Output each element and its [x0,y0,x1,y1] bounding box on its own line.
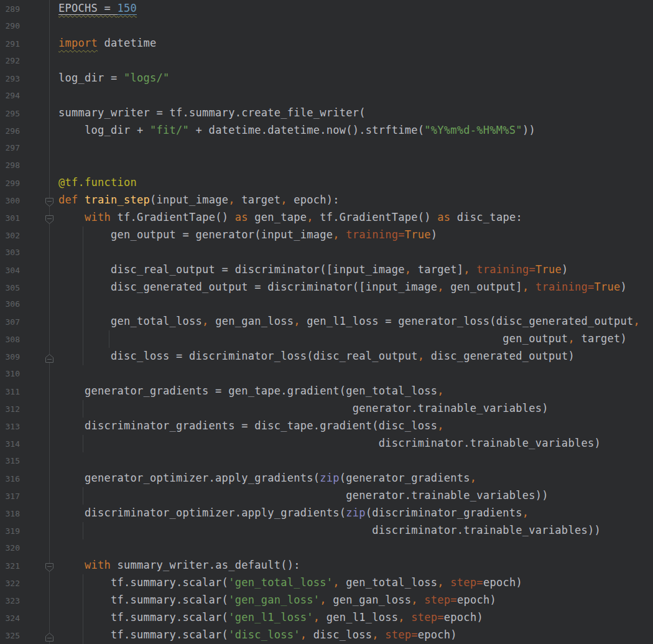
code-text[interactable]: disc_generated_output = discriminator([i… [51,279,653,296]
line-number[interactable]: 298 [0,157,51,174]
code-line[interactable]: 312 generator.trainable_variables) [0,400,653,418]
code-text[interactable]: tf.summary.scalar('gen_gan_loss', gen_ga… [51,592,653,609]
line-number[interactable]: 295 [0,105,51,123]
code-text[interactable]: @tf.function [51,174,653,192]
code-text[interactable]: discriminator.trainable_variables) [51,435,653,452]
code-line[interactable]: 305 disc_generated_output = discriminato… [0,279,653,296]
code-text[interactable]: log_dir + "fit/" + datetime.datetime.now… [51,122,653,139]
code-line[interactable]: 297 [0,139,653,157]
code-text[interactable]: with tf.GradientTape() as gen_tape, tf.G… [51,209,653,226]
code-text[interactable]: def train_step(input_image, target, epoc… [51,192,653,209]
line-number[interactable]: 324 [0,610,51,627]
code-line[interactable]: 314 discriminator.trainable_variables) [0,435,653,452]
code-line[interactable]: 316 generator_optimizer.apply_gradients(… [0,470,653,487]
code-editor[interactable]: 289EPOCHS = 150290291import datetime2922… [0,0,653,644]
code-text[interactable]: discriminator.trainable_variables)) [51,522,653,539]
line-number[interactable]: 302 [0,227,51,245]
fold-collapse-icon[interactable] [45,213,54,223]
fold-end-icon[interactable] [45,630,54,640]
code-line[interactable]: 319 discriminator.trainable_variables)) [0,522,653,539]
code-line[interactable]: 318 discriminator_optimizer.apply_gradie… [0,505,653,522]
code-line[interactable]: 296 log_dir + "fit/" + datetime.datetime… [0,122,653,139]
line-number[interactable]: 301 [0,210,51,227]
code-line[interactable]: 324 tf.summary.scalar('gen_l1_loss', gen… [0,609,653,627]
line-number[interactable]: 314 [0,436,51,453]
code-text[interactable]: generator_optimizer.apply_gradients(zip(… [51,470,653,487]
code-text[interactable]: with summary_writer.as_default(): [51,557,653,574]
code-text[interactable]: log_dir = "logs/" [51,70,653,87]
line-number[interactable]: 321 [0,558,51,575]
line-number[interactable]: 291 [0,35,51,53]
code-text[interactable]: gen_total_loss, gen_gan_loss, gen_l1_los… [51,313,653,330]
code-text[interactable]: tf.summary.scalar('disc_loss', disc_loss… [51,627,653,644]
line-number[interactable]: 299 [0,175,51,192]
line-number[interactable]: 300 [0,192,51,210]
line-number[interactable]: 322 [0,575,51,592]
code-line[interactable]: 322 tf.summary.scalar('gen_total_loss', … [0,574,653,592]
code-text[interactable]: disc_real_output = discriminator([input_… [51,261,653,279]
code-line[interactable]: 320 [0,539,653,557]
line-number[interactable]: 308 [0,331,51,348]
code-text[interactable]: gen_output = generator(input_image, trai… [51,226,653,244]
line-number[interactable]: 319 [0,523,51,540]
line-number[interactable]: 290 [0,17,51,35]
code-text[interactable]: summary_writer = tf.summary.create_file_… [51,105,653,122]
code-line[interactable]: 289EPOCHS = 150 [0,0,653,17]
line-number[interactable]: 312 [0,401,51,418]
line-number[interactable]: 320 [0,539,51,557]
code-line[interactable]: 307 gen_total_loss, gen_gan_loss, gen_l1… [0,313,653,330]
code-line[interactable]: 325 tf.summary.scalar('disc_loss', disc_… [0,627,653,644]
code-line[interactable]: 302 gen_output = generator(input_image, … [0,226,653,244]
code-line[interactable]: 308 gen_output, target) [0,330,653,348]
line-number[interactable]: 292 [0,52,51,70]
line-number[interactable]: 296 [0,123,51,140]
code-line[interactable]: 315 [0,452,653,470]
line-number[interactable]: 289 [0,1,51,18]
code-line[interactable]: 321 with summary_writer.as_default(): [0,557,653,574]
code-line[interactable]: 306 [0,296,653,313]
code-text[interactable]: gen_output, target) [51,330,653,348]
code-line[interactable]: 292 [0,52,653,70]
code-line[interactable]: 313 discriminator_gradients = disc_tape.… [0,418,653,435]
code-line[interactable]: 290 [0,17,653,35]
line-number[interactable]: 315 [0,452,51,470]
fold-end-icon[interactable] [45,352,54,362]
line-number[interactable]: 303 [0,244,51,261]
code-line[interactable]: 309 disc_loss = discriminator_loss(disc_… [0,348,653,365]
line-number[interactable]: 325 [0,627,51,644]
code-text[interactable]: generator.trainable_variables) [51,400,653,418]
code-text[interactable]: generator.trainable_variables)) [51,487,653,505]
code-text[interactable]: disc_loss = discriminator_loss(disc_real… [51,348,653,365]
code-line[interactable]: 323 tf.summary.scalar('gen_gan_loss', ge… [0,592,653,609]
line-number[interactable]: 305 [0,279,51,297]
code-line[interactable]: 317 generator.trainable_variables)) [0,487,653,505]
line-number[interactable]: 323 [0,592,51,610]
code-line[interactable]: 304 disc_real_output = discriminator([in… [0,261,653,279]
code-text[interactable]: generator_gradients = gen_tape.gradient(… [51,383,653,400]
code-line[interactable]: 295summary_writer = tf.summary.create_fi… [0,105,653,122]
line-number[interactable]: 293 [0,70,51,88]
code-line[interactable]: 298 [0,157,653,174]
fold-collapse-icon[interactable] [45,195,54,205]
code-line[interactable]: 294 [0,87,653,105]
code-text[interactable]: import datetime [51,35,653,52]
line-number[interactable]: 316 [0,470,51,488]
line-number[interactable]: 313 [0,418,51,436]
fold-collapse-icon[interactable] [45,561,54,571]
line-number[interactable]: 309 [0,348,51,366]
code-text[interactable]: tf.summary.scalar('gen_total_loss', gen_… [51,574,653,592]
code-line[interactable]: 310 [0,365,653,383]
code-line[interactable]: 300def train_step(input_image, target, e… [0,192,653,209]
code-text[interactable]: discriminator_optimizer.apply_gradients(… [51,505,653,522]
line-number[interactable]: 304 [0,262,51,279]
code-line[interactable]: 311 generator_gradients = gen_tape.gradi… [0,383,653,400]
code-text[interactable]: EPOCHS = 150 [51,0,653,17]
code-line[interactable]: 293log_dir = "logs/" [0,70,653,87]
code-line[interactable]: 291import datetime [0,35,653,52]
code-text[interactable]: discriminator_gradients = disc_tape.grad… [51,418,653,435]
code-line[interactable]: 299@tf.function [0,174,653,192]
code-text[interactable]: tf.summary.scalar('gen_l1_loss', gen_l1_… [51,609,653,627]
line-number[interactable]: 317 [0,488,51,505]
line-number[interactable]: 318 [0,505,51,523]
line-number[interactable]: 294 [0,87,51,105]
